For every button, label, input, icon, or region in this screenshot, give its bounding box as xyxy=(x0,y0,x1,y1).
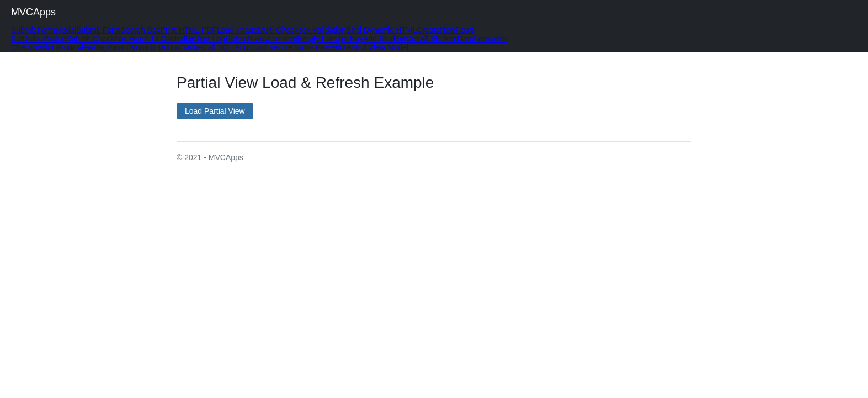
nav-load-image[interactable]: Load Image xyxy=(217,25,258,34)
nav-row-3: Checkboxfor From ViewBagPass Dynamic But… xyxy=(11,43,857,52)
nav-search-box[interactable]: Search Box xyxy=(120,25,160,34)
nav-print-html-pdf[interactable]: Print HTML PDF xyxy=(161,25,217,34)
nav-bind-dynamic-html[interactable]: Bind Dynamic HTML xyxy=(346,25,417,34)
nav-multi-checkbox[interactable]: Multi Checkbox Validation xyxy=(258,25,346,34)
nav-checkboxfor-viewbag[interactable]: Checkboxfor From ViewBag xyxy=(11,43,107,52)
load-partial-view-button[interactable]: Load Partial View xyxy=(177,103,253,119)
nav-pass-dynamic-button[interactable]: Pass Dynamic Button Value xyxy=(107,43,203,52)
nav-get-all-student[interactable]: Get All Student xyxy=(406,34,457,43)
page-title: Partial View Load & Refresh Example xyxy=(177,74,691,92)
nav-row-2: SetDefaultValueSubmit Checkbox Value To … xyxy=(11,34,857,43)
nav-submit-form-2[interactable]: Submit Form xyxy=(76,25,120,34)
nav-empty-foreign-key[interactable]: Empty Foreign Key xyxy=(297,34,363,43)
footer-text: © 2021 - MVCApps xyxy=(177,153,691,162)
nav-user-log[interactable]: User Log xyxy=(194,34,226,43)
brand-logo[interactable]: MVCApps xyxy=(11,0,56,25)
main-content: Partial View Load & Refresh Example Load… xyxy=(0,52,868,184)
divider xyxy=(177,141,691,142)
nav-refresh-view[interactable]: Refresh view content xyxy=(225,34,297,43)
navbar: MVCApps Submit FormModalSubmit FormSearc… xyxy=(0,0,868,52)
nav-modal[interactable]: Modal xyxy=(55,25,76,34)
nav-row-1: Submit FormModalSubmit FormSearch BoxPri… xyxy=(11,25,857,34)
nav-date-formatter[interactable]: DateFormatter xyxy=(457,34,507,43)
nav-execute-store-procedure[interactable]: Execute Store Procedure xyxy=(265,43,351,52)
nav-add-student[interactable]: Add Student xyxy=(363,34,406,43)
nav-call-sql-function[interactable]: Call SQL Function xyxy=(203,43,265,52)
nav-submit-checkbox[interactable]: Submit Checkbox Value To Controller xyxy=(66,34,194,43)
nav-submit-form-1[interactable]: Submit Form xyxy=(11,25,55,34)
nav-bind-view-model[interactable]: Bind View Model xyxy=(351,43,408,52)
nav-create-new-rows[interactable]: CreateNewRows xyxy=(417,25,475,34)
nav-set-default-value[interactable]: SetDefaultValue xyxy=(11,34,66,43)
